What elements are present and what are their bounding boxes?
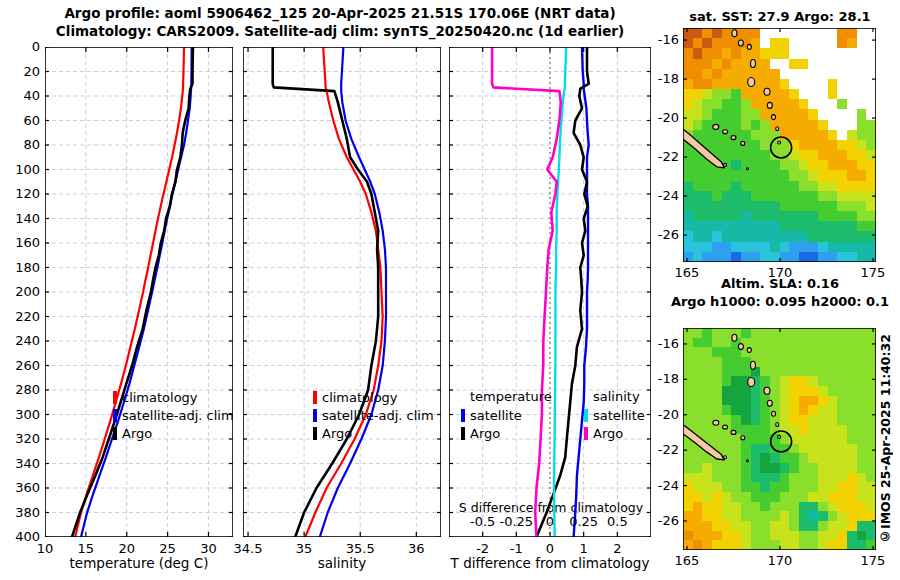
- legend-item-Argo: Argo: [313, 425, 352, 441]
- y-tick-label: 180: [2, 260, 40, 275]
- x-tick-label: 2: [592, 541, 642, 556]
- legend-label: satellite-adj. clim: [322, 408, 434, 423]
- y-tick-label: 40: [2, 88, 40, 103]
- map-lat-tick-label: -22: [646, 149, 679, 164]
- legend-line-swatch: [313, 427, 317, 440]
- x-tick-label: 35: [279, 541, 329, 556]
- legend-line-swatch: [461, 409, 465, 422]
- legend-item-climatology: climatology: [113, 389, 198, 405]
- map-lat-tick-label: -24: [646, 188, 679, 203]
- legend-label: satellite: [593, 408, 645, 423]
- legend-label: Argo: [470, 426, 500, 441]
- map-lon-tick-label: 175: [848, 553, 898, 568]
- legend-line-swatch: [113, 391, 117, 404]
- y-tick-label: 220: [2, 309, 40, 324]
- map-lat-tick-label: -18: [646, 71, 679, 86]
- map-lat-tick-label: -20: [646, 407, 679, 422]
- y-tick-label: 120: [2, 186, 40, 201]
- y-tick-label: 260: [2, 358, 40, 373]
- legend-group-header-temperature: temperature: [470, 389, 552, 404]
- figure-title-line1: Argo profile: aoml 5906462_125 20-Apr-20…: [5, 5, 675, 21]
- legend-item-satellite-adj. clim: satellite-adj. clim: [113, 407, 234, 423]
- y-tick-label: 100: [2, 162, 40, 177]
- y-tick-label: 160: [2, 235, 40, 250]
- legend-label: climatology: [322, 390, 398, 405]
- legend-line-swatch: [461, 427, 465, 440]
- map-lat-tick-label: -18: [646, 371, 679, 386]
- y-tick-label: 200: [2, 284, 40, 299]
- y-tick-label: 300: [2, 407, 40, 422]
- legend-label: Argo: [322, 426, 352, 441]
- x-tick-label: 36: [391, 541, 441, 556]
- map-lat-tick-label: -26: [646, 227, 679, 242]
- map-lat-tick-label: -22: [646, 442, 679, 457]
- legend-item-satellite-adj. clim: satellite-adj. clim: [313, 407, 434, 423]
- temperature-axis-label: temperature (deg C): [39, 555, 239, 571]
- sla-map-subtitle: Argo h1000: 0.095 h2000: 0.1: [660, 294, 900, 309]
- temperature-plot: [45, 47, 233, 537]
- map-lon-tick-label: 170: [755, 553, 805, 568]
- map-lat-tick-label: -16: [646, 32, 679, 47]
- s-difference-tick-label: 0.5: [592, 514, 642, 529]
- watermark: ©IMOS 25-Apr-2025 11:40:32: [874, 328, 896, 550]
- y-tick-label: 20: [2, 64, 40, 79]
- legend-item-temperature-satellite: satellite: [461, 407, 522, 423]
- legend-item-temperature-Argo: Argo: [461, 425, 500, 441]
- legend-line-swatch: [313, 409, 317, 422]
- y-tick-label: 0: [2, 39, 40, 54]
- legend-line-swatch: [584, 409, 588, 422]
- sst-heatmap: [683, 28, 876, 262]
- map-lon-tick-label: 170: [755, 265, 805, 280]
- sla-heatmap: [683, 328, 876, 550]
- difference-plot: [449, 47, 651, 537]
- map-lat-tick-label: -16: [646, 336, 679, 351]
- legend-label: satellite: [470, 408, 522, 423]
- y-tick-label: 240: [2, 333, 40, 348]
- map-lat-tick-label: -26: [646, 513, 679, 528]
- y-tick-label: 140: [2, 211, 40, 226]
- map-lat-tick-label: -24: [646, 478, 679, 493]
- y-tick-label: 60: [2, 113, 40, 128]
- argo-profile-figure: Argo profile: aoml 5906462_125 20-Apr-20…: [0, 0, 900, 580]
- salinity-plot: [243, 47, 441, 537]
- legend-label: Argo: [122, 426, 152, 441]
- y-tick-label: 400: [2, 529, 40, 544]
- legend-label: satellite-adj. clim: [122, 408, 234, 423]
- y-tick-label: 360: [2, 480, 40, 495]
- map-lat-tick-label: -20: [646, 110, 679, 125]
- x-tick-label: 34.5: [223, 541, 273, 556]
- map-lon-tick-label: 165: [662, 265, 712, 280]
- legend-item-salinity-satellite: satellite: [584, 407, 645, 423]
- legend-item-salinity-Argo: Argo: [584, 425, 623, 441]
- legend-label: Argo: [593, 426, 623, 441]
- legend-group-header-salinity: salinity: [593, 389, 640, 404]
- legend-label: climatology: [122, 390, 198, 405]
- y-tick-label: 380: [2, 505, 40, 520]
- salinity-axis-label: salinity: [242, 555, 442, 571]
- legend-line-swatch: [313, 391, 317, 404]
- map-lon-tick-label: 175: [848, 265, 898, 280]
- legend-item-climatology: climatology: [313, 389, 398, 405]
- legend-line-swatch: [113, 427, 117, 440]
- y-tick-label: 80: [2, 137, 40, 152]
- legend-line-swatch: [113, 409, 117, 422]
- t-difference-axis-label: T difference from climatology: [450, 555, 650, 571]
- y-tick-label: 340: [2, 456, 40, 471]
- sst-map-title: sat. SST: 27.9 Argo: 28.1: [668, 9, 892, 24]
- legend-line-swatch: [584, 427, 588, 440]
- legend-item-Argo: Argo: [113, 425, 152, 441]
- y-tick-label: 280: [2, 382, 40, 397]
- map-lon-tick-label: 165: [662, 553, 712, 568]
- x-tick-label: 35.5: [335, 541, 385, 556]
- figure-title-line2: Climatology: CARS2009. Satellite-adj cli…: [5, 23, 675, 39]
- y-tick-label: 320: [2, 431, 40, 446]
